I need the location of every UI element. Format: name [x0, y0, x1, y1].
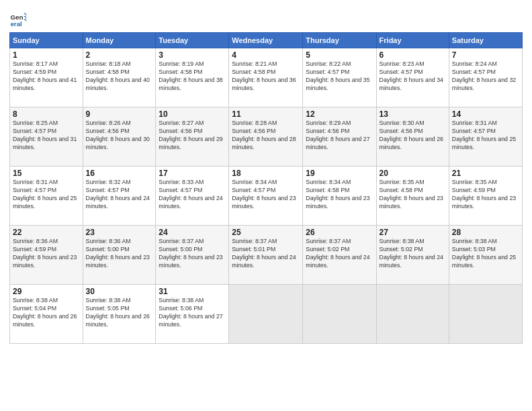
calendar-cell: 11 Sunrise: 8:28 AM Sunset: 4:56 PM Dayl… [229, 107, 303, 167]
day-number: 16 [86, 169, 153, 178]
day-number: 3 [159, 50, 226, 60]
day-info: Sunrise: 8:23 AM Sunset: 4:57 PM Dayligh… [380, 60, 446, 93]
day-info: Sunrise: 8:36 AM Sunset: 5:00 PM Dayligh… [86, 238, 153, 270]
day-info: Sunrise: 8:37 AM Sunset: 5:01 PM Dayligh… [232, 238, 300, 270]
day-number: 30 [86, 287, 153, 296]
day-info: Sunrise: 8:25 AM Sunset: 4:57 PM Dayligh… [13, 120, 80, 152]
day-header-sunday: Sunday [10, 33, 83, 48]
day-info: Sunrise: 8:33 AM Sunset: 4:57 PM Dayligh… [159, 179, 226, 211]
calendar-cell: 12 Sunrise: 8:29 AM Sunset: 4:56 PM Dayl… [303, 107, 376, 167]
calendar-cell: 21 Sunrise: 8:35 AM Sunset: 4:59 PM Dayl… [449, 167, 522, 226]
calendar-cell: 9 Sunrise: 8:26 AM Sunset: 4:56 PM Dayli… [83, 107, 156, 167]
day-info: Sunrise: 8:36 AM Sunset: 4:59 PM Dayligh… [13, 238, 80, 270]
calendar-cell: 3 Sunrise: 8:19 AM Sunset: 4:58 PM Dayli… [156, 48, 229, 107]
day-info: Sunrise: 8:26 AM Sunset: 4:56 PM Dayligh… [86, 120, 153, 152]
day-number: 5 [306, 50, 373, 60]
day-number: 14 [452, 109, 519, 119]
calendar-cell: 15 Sunrise: 8:31 AM Sunset: 4:57 PM Dayl… [10, 167, 83, 226]
day-number: 17 [159, 169, 226, 178]
day-header-saturday: Saturday [449, 33, 522, 48]
day-number: 21 [452, 169, 519, 178]
day-info: Sunrise: 8:19 AM Sunset: 4:58 PM Dayligh… [159, 60, 226, 93]
calendar-cell: 19 Sunrise: 8:34 AM Sunset: 4:58 PM Dayl… [303, 167, 376, 226]
calendar-table: SundayMondayTuesdayWednesdayThursdayFrid… [9, 32, 523, 344]
day-number: 31 [159, 287, 226, 296]
logo-icon: Gen eral [9, 9, 28, 28]
day-header-tuesday: Tuesday [156, 33, 229, 48]
day-number: 8 [13, 109, 80, 119]
day-info: Sunrise: 8:22 AM Sunset: 4:57 PM Dayligh… [306, 60, 373, 93]
day-number: 25 [232, 228, 300, 237]
svg-marker-3 [24, 16, 28, 19]
day-info: Sunrise: 8:38 AM Sunset: 5:05 PM Dayligh… [86, 297, 153, 329]
svg-marker-4 [24, 19, 28, 21]
calendar-cell: 29 Sunrise: 8:38 AM Sunset: 5:04 PM Dayl… [10, 285, 83, 344]
day-info: Sunrise: 8:38 AM Sunset: 5:03 PM Dayligh… [452, 238, 519, 270]
calendar-cell: 16 Sunrise: 8:32 AM Sunset: 4:57 PM Dayl… [83, 167, 156, 226]
calendar-cell: 28 Sunrise: 8:38 AM Sunset: 5:03 PM Dayl… [449, 226, 522, 285]
calendar-cell: 22 Sunrise: 8:36 AM Sunset: 4:59 PM Dayl… [10, 226, 83, 285]
calendar-cell: 4 Sunrise: 8:21 AM Sunset: 4:58 PM Dayli… [229, 48, 303, 107]
calendar-cell: 23 Sunrise: 8:36 AM Sunset: 5:00 PM Dayl… [83, 226, 156, 285]
day-header-wednesday: Wednesday [229, 33, 303, 48]
day-header-monday: Monday [83, 33, 156, 48]
day-header-thursday: Thursday [303, 33, 376, 48]
day-number: 2 [86, 50, 153, 60]
calendar-cell: 14 Sunrise: 8:31 AM Sunset: 4:57 PM Dayl… [449, 107, 522, 167]
calendar-cell: 6 Sunrise: 8:23 AM Sunset: 4:57 PM Dayli… [376, 48, 449, 107]
day-info: Sunrise: 8:38 AM Sunset: 5:02 PM Dayligh… [380, 238, 446, 270]
day-info: Sunrise: 8:35 AM Sunset: 4:59 PM Dayligh… [452, 179, 519, 211]
day-number: 15 [13, 169, 80, 178]
day-number: 18 [232, 169, 300, 178]
day-info: Sunrise: 8:34 AM Sunset: 4:57 PM Dayligh… [232, 179, 300, 211]
calendar-cell: 25 Sunrise: 8:37 AM Sunset: 5:01 PM Dayl… [229, 226, 303, 285]
day-info: Sunrise: 8:31 AM Sunset: 4:57 PM Dayligh… [13, 179, 80, 211]
day-number: 19 [306, 169, 373, 178]
calendar-cell: 18 Sunrise: 8:34 AM Sunset: 4:57 PM Dayl… [229, 167, 303, 226]
day-number: 27 [380, 228, 446, 237]
day-number: 4 [232, 50, 300, 60]
calendar-cell: 7 Sunrise: 8:24 AM Sunset: 4:57 PM Dayli… [449, 48, 522, 107]
logo: Gen eral [9, 9, 30, 28]
calendar-cell: 27 Sunrise: 8:38 AM Sunset: 5:02 PM Dayl… [376, 226, 449, 285]
day-number: 29 [13, 287, 80, 296]
svg-text:eral: eral [10, 20, 22, 28]
day-info: Sunrise: 8:18 AM Sunset: 4:58 PM Dayligh… [86, 60, 153, 93]
day-number: 26 [306, 228, 373, 237]
day-number: 7 [452, 50, 519, 60]
day-number: 6 [380, 50, 446, 60]
calendar-cell: 5 Sunrise: 8:22 AM Sunset: 4:57 PM Dayli… [303, 48, 376, 107]
day-info: Sunrise: 8:34 AM Sunset: 4:58 PM Dayligh… [306, 179, 373, 211]
calendar-cell: 30 Sunrise: 8:38 AM Sunset: 5:05 PM Dayl… [83, 285, 156, 344]
day-number: 10 [159, 109, 226, 119]
day-number: 23 [86, 228, 153, 237]
day-info: Sunrise: 8:37 AM Sunset: 5:00 PM Dayligh… [159, 238, 226, 270]
calendar-cell: 2 Sunrise: 8:18 AM Sunset: 4:58 PM Dayli… [83, 48, 156, 107]
day-info: Sunrise: 8:29 AM Sunset: 4:56 PM Dayligh… [306, 120, 373, 152]
day-number: 28 [452, 228, 519, 237]
calendar-cell: 17 Sunrise: 8:33 AM Sunset: 4:57 PM Dayl… [156, 167, 229, 226]
header: Gen eral [9, 7, 523, 28]
day-number: 12 [306, 109, 373, 119]
day-info: Sunrise: 8:35 AM Sunset: 4:58 PM Dayligh… [380, 179, 446, 211]
day-number: 11 [232, 109, 300, 119]
day-number: 9 [86, 109, 153, 119]
day-info: Sunrise: 8:38 AM Sunset: 5:04 PM Dayligh… [13, 297, 80, 329]
day-info: Sunrise: 8:30 AM Sunset: 4:56 PM Dayligh… [380, 120, 446, 152]
day-number: 20 [380, 169, 446, 178]
calendar-cell: 8 Sunrise: 8:25 AM Sunset: 4:57 PM Dayli… [10, 107, 83, 167]
calendar-cell: 24 Sunrise: 8:37 AM Sunset: 5:00 PM Dayl… [156, 226, 229, 285]
day-info: Sunrise: 8:21 AM Sunset: 4:58 PM Dayligh… [232, 60, 300, 93]
calendar-cell: 13 Sunrise: 8:30 AM Sunset: 4:56 PM Dayl… [376, 107, 449, 167]
day-info: Sunrise: 8:38 AM Sunset: 5:06 PM Dayligh… [159, 297, 226, 329]
day-number: 1 [13, 50, 80, 60]
page-container: Gen eral SundayMondayTuesdayWednesdayThu… [0, 0, 532, 351]
calendar-cell: 1 Sunrise: 8:17 AM Sunset: 4:59 PM Dayli… [10, 48, 83, 107]
day-info: Sunrise: 8:37 AM Sunset: 5:02 PM Dayligh… [306, 238, 373, 270]
day-info: Sunrise: 8:31 AM Sunset: 4:57 PM Dayligh… [452, 120, 519, 152]
calendar-cell: 31 Sunrise: 8:38 AM Sunset: 5:06 PM Dayl… [156, 285, 229, 344]
calendar-cell [303, 285, 376, 344]
day-number: 24 [159, 228, 226, 237]
svg-marker-2 [24, 13, 28, 16]
day-info: Sunrise: 8:24 AM Sunset: 4:57 PM Dayligh… [452, 60, 519, 93]
